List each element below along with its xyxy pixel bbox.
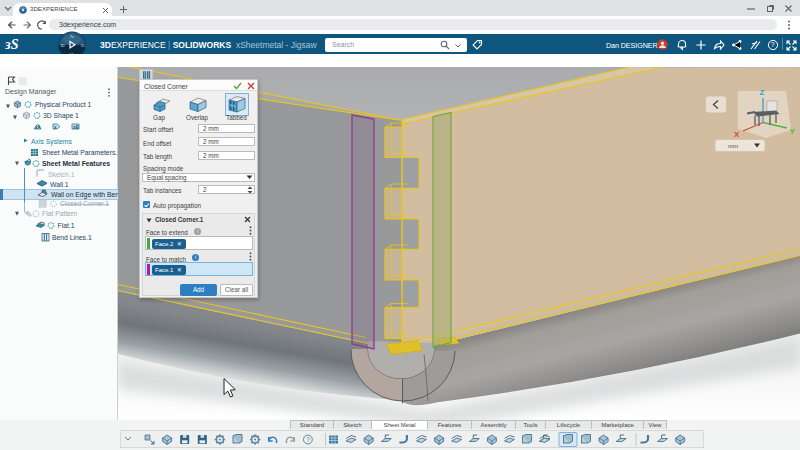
svg-text:Physical Product 1: Physical Product 1: [35, 101, 92, 109]
svg-text:ɜS: ɜS: [4, 37, 19, 52]
svg-text:Sketch.1: Sketch.1: [48, 171, 75, 178]
svg-text:?: ?: [771, 41, 775, 48]
svg-text:Sheet Metal Features: Sheet Metal Features: [42, 160, 110, 167]
svg-text:Wall on Edge with Bend.1: Wall on Edge with Bend.1: [51, 190, 118, 198]
svg-text:xB: xB: [73, 124, 80, 129]
svg-text:Bend Lines.1: Bend Lines.1: [52, 234, 92, 241]
svg-text:?: ?: [306, 435, 310, 442]
svg-text:xA: xA: [35, 125, 42, 130]
svg-text:Y: Y: [790, 127, 796, 136]
svg-text:X: X: [734, 130, 740, 139]
svg-text:3D Shape 1: 3D Shape 1: [43, 112, 79, 120]
svg-text:Flat.1: Flat.1: [58, 222, 75, 229]
svg-text:Flat Pattern: Flat Pattern: [42, 210, 77, 217]
svg-text:V+: V+: [81, 44, 85, 48]
svg-text:Closed Corner.1: Closed Corner.1: [60, 200, 109, 207]
svg-text:Z: Z: [760, 88, 765, 97]
svg-text:mm: mm: [728, 143, 738, 149]
svg-text:7x: 7x: [70, 35, 74, 39]
svg-text:3D: 3D: [61, 44, 66, 48]
svg-text:Wall.1: Wall.1: [50, 180, 69, 187]
svg-text:Sheet Metal Parameters.1: Sheet Metal Parameters.1: [42, 149, 118, 156]
svg-text:Axis Systems: Axis Systems: [31, 137, 72, 145]
